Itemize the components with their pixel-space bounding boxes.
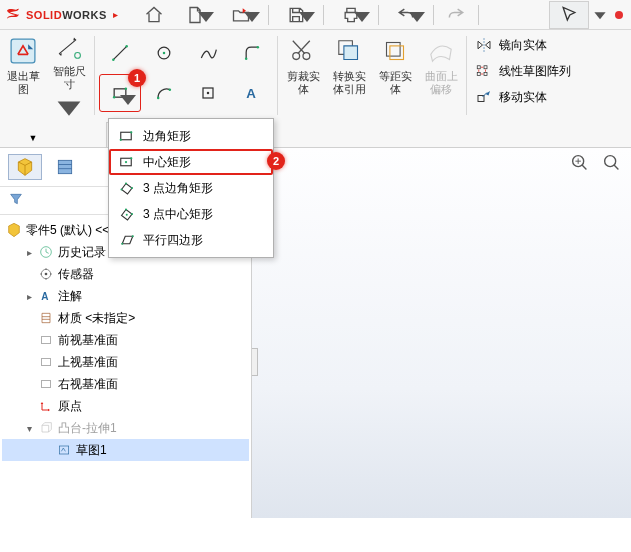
rectangle-dropdown-menu: 边角矩形 中心矩形 2 3 点边角矩形 3 点中心矩形 平行四边形	[108, 118, 274, 258]
feature-tree-tab[interactable]	[8, 154, 42, 180]
ribbon-tabs: ▼ 特征 草图	[0, 118, 631, 148]
svg-point-36	[131, 213, 133, 215]
label: 中心矩形	[143, 154, 191, 171]
mirror-entities-button[interactable]: 镜向实体	[475, 34, 571, 56]
tree-top-plane[interactable]: 上视基准面	[2, 351, 249, 373]
move-entities-button[interactable]: 移动实体	[475, 86, 571, 108]
separator	[323, 5, 324, 25]
separator	[378, 5, 379, 25]
rectangle-tool[interactable]: 1	[99, 74, 141, 112]
graphics-viewport[interactable]	[252, 148, 631, 518]
svg-point-6	[245, 58, 248, 61]
trim-entities-button[interactable]: 剪裁实 体	[280, 30, 326, 121]
label: 3 点中心矩形	[143, 206, 213, 223]
linear-pattern-button[interactable]: 线性草图阵列	[475, 60, 571, 82]
exit-sketch-caret[interactable]: ▼	[10, 126, 56, 147]
undo-button[interactable]	[383, 2, 429, 28]
menu-center-rectangle[interactable]: 中心矩形 2	[109, 149, 273, 175]
fillet-tool[interactable]	[231, 34, 273, 72]
svg-rect-22	[484, 66, 487, 69]
svg-point-34	[126, 214, 128, 216]
svg-point-30	[130, 157, 132, 159]
sketch-tools-grid: 1 A	[97, 30, 275, 121]
menu-3pt-center-rectangle[interactable]: 3 点中心矩形	[109, 201, 273, 227]
label: 3 点边角矩形	[143, 180, 213, 197]
zoom-fit-icon[interactable]	[569, 152, 591, 174]
line-tool[interactable]	[99, 34, 141, 72]
offset-entities-button[interactable]: 等距实 体	[372, 30, 418, 121]
separator	[268, 5, 269, 25]
svg-point-31	[121, 189, 123, 191]
save-button[interactable]	[273, 2, 319, 28]
svg-point-3	[125, 45, 128, 48]
svg-rect-44	[41, 337, 50, 344]
app-title: SOLIDWORKS	[26, 9, 107, 21]
title-bar: SOLIDWORKS ▸	[0, 0, 631, 30]
separator	[466, 36, 467, 115]
label: 草图1	[76, 442, 107, 459]
callout-badge-1: 1	[128, 69, 146, 87]
tree-sketch1[interactable]: 草图1	[2, 439, 249, 461]
zoom-area-icon[interactable]	[601, 152, 623, 174]
property-manager-tab[interactable]	[48, 154, 82, 180]
svg-point-14	[207, 92, 210, 95]
select-button[interactable]	[549, 1, 589, 29]
convert-entities-button[interactable]: 转换实 体引用	[326, 30, 372, 121]
circle-tool[interactable]	[143, 34, 185, 72]
svg-text:A: A	[246, 86, 256, 101]
surface-offset-button: 曲面上 偏移	[418, 30, 464, 121]
smart-dim-caret[interactable]	[58, 140, 104, 147]
svg-point-37	[121, 243, 123, 245]
label: 材质 <未指定>	[58, 310, 135, 327]
label: 移动实体	[499, 89, 547, 106]
svg-rect-23	[484, 73, 487, 76]
app-menu-caret[interactable]: ▸	[113, 9, 118, 20]
svg-point-1	[75, 53, 81, 59]
smart-dimension-button[interactable]: 智能尺 寸	[46, 30, 92, 121]
home-button[interactable]	[136, 2, 172, 28]
viewport-zoom-controls	[569, 152, 623, 174]
tree-annotations[interactable]: ▸A注解	[2, 285, 249, 307]
label: 平行四边形	[143, 232, 203, 249]
ribbon: 退出草 图 智能尺 寸 1 A 剪裁实 体 转换实 体引用 等距实 体 曲面上 …	[0, 30, 631, 122]
print-button[interactable]	[328, 2, 374, 28]
tree-right-plane[interactable]: 右视基准面	[2, 373, 249, 395]
open-button[interactable]	[218, 2, 264, 28]
new-button[interactable]	[172, 2, 218, 28]
logo-icon	[4, 6, 22, 24]
funnel-icon	[8, 191, 24, 207]
tree-origin[interactable]: 原点	[2, 395, 249, 417]
separator	[433, 5, 434, 25]
svg-rect-47	[59, 446, 68, 454]
menu-parallelogram[interactable]: 平行四边形	[109, 227, 273, 253]
svg-point-5	[163, 52, 166, 55]
ribbon-right-column: 镜向实体 线性草图阵列 移动实体	[469, 30, 577, 121]
redo-button[interactable]	[438, 2, 474, 28]
tree-material[interactable]: 材质 <未指定>	[2, 307, 249, 329]
svg-rect-39	[58, 160, 71, 173]
label: 右视基准面	[58, 376, 118, 393]
select-dropdown[interactable]	[593, 2, 607, 28]
svg-point-27	[130, 131, 132, 133]
label: 原点	[58, 398, 82, 415]
exit-sketch-button[interactable]: 退出草 图	[0, 30, 46, 121]
svg-rect-20	[477, 66, 480, 69]
svg-point-33	[131, 187, 133, 189]
svg-rect-0	[11, 39, 35, 63]
tree-front-plane[interactable]: 前视基准面	[2, 329, 249, 351]
status-indicator-icon	[615, 11, 623, 19]
tree-extrude[interactable]: ▾凸台-拉伸1	[2, 417, 249, 439]
menu-3pt-corner-rectangle[interactable]: 3 点边角矩形	[109, 175, 273, 201]
text-tool[interactable]: A	[231, 74, 273, 112]
spline-tool[interactable]	[187, 34, 229, 72]
label: 镜向实体	[499, 37, 547, 54]
menu-corner-rectangle[interactable]: 边角矩形	[109, 123, 273, 149]
callout-badge-2: 2	[267, 152, 285, 170]
point-tool[interactable]	[187, 74, 229, 112]
label: 历史记录	[58, 244, 106, 261]
panel-divider-handle[interactable]	[252, 348, 258, 376]
svg-rect-19	[390, 46, 404, 60]
tree-sensors[interactable]: 传感器	[2, 263, 249, 285]
arc-tool[interactable]	[143, 74, 185, 112]
svg-point-11	[157, 97, 160, 100]
